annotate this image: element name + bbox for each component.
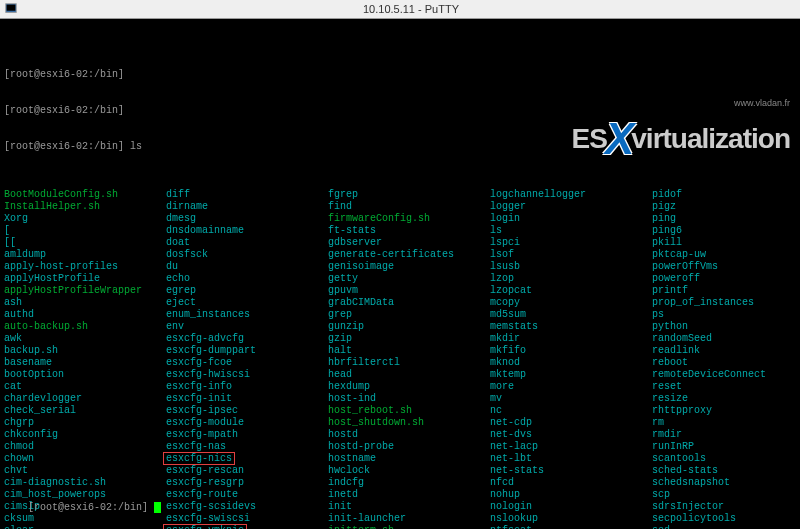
file-entry: init (328, 501, 454, 513)
file-entry: initterm.sh (328, 525, 454, 529)
file-entry: cim-diagnostic.sh (4, 477, 142, 489)
file-entry: du (166, 261, 256, 273)
file-entry: reboot (652, 357, 800, 369)
file-entry: applyHostProfileWrapper (4, 285, 142, 297)
file-entry: halt (328, 345, 454, 357)
file-entry: esxcfg-advcfg (166, 333, 256, 345)
file-entry: eject (166, 297, 256, 309)
file-entry: mcopy (490, 297, 586, 309)
putty-icon (4, 2, 18, 16)
file-entry: runInRP (652, 441, 800, 453)
file-entry: esxcfg-scsidevs (166, 501, 256, 513)
file-entry: net-cdp (490, 417, 586, 429)
file-entry: mkfifo (490, 345, 586, 357)
file-entry: printf (652, 285, 800, 297)
file-entry: net-lbt (490, 453, 586, 465)
file-entry: basename (4, 357, 142, 369)
file-entry: login (490, 213, 586, 225)
file-entry: gunzip (328, 321, 454, 333)
file-entry: esxcfg-info (166, 381, 256, 393)
file-entry: ps (652, 309, 800, 321)
file-entry: head (328, 369, 454, 381)
file-entry: chgrp (4, 417, 142, 429)
file-entry: mkdir (490, 333, 586, 345)
file-entry: nfcd (490, 477, 586, 489)
file-entry: auto-backup.sh (4, 321, 142, 333)
file-entry: chown (4, 453, 142, 465)
file-entry: find (328, 201, 454, 213)
file-entry: hostd-probe (328, 441, 454, 453)
file-entry: esxcfg-ipsec (166, 405, 256, 417)
file-entry: mknod (490, 357, 586, 369)
file-entry: lspci (490, 237, 586, 249)
file-entry: randomSeed (652, 333, 800, 345)
file-entry: nologin (490, 501, 586, 513)
file-entry: esxcfg-dumppart (166, 345, 256, 357)
file-entry: lsof (490, 249, 586, 261)
file-entry: esxcfg-vmknic (166, 525, 256, 529)
file-entry: prop_of_instances (652, 297, 800, 309)
file-entry: chkconfig (4, 429, 142, 441)
file-entry: amldump (4, 249, 142, 261)
file-entry: memstats (490, 321, 586, 333)
file-entry: resize (652, 393, 800, 405)
file-entry: net-dvs (490, 429, 586, 441)
file-entry: pktcap-uw (652, 249, 800, 261)
prompt-current[interactable]: [root@esxi6-02:/bin] (4, 490, 161, 526)
file-entry: host-ind (328, 393, 454, 405)
file-entry: more (490, 381, 586, 393)
file-entry: hostname (328, 453, 454, 465)
file-entry: [ (4, 225, 142, 237)
file-entry: reset (652, 381, 800, 393)
file-entry: cat (4, 381, 142, 393)
file-entry: nc (490, 405, 586, 417)
file-entry: nohup (490, 489, 586, 501)
file-entry: esxcfg-nics (166, 453, 256, 465)
file-entry: rm (652, 417, 800, 429)
file-entry: host_reboot.sh (328, 405, 454, 417)
file-entry: logger (490, 201, 586, 213)
file-entry: sed (652, 525, 800, 529)
file-entry: firmwareConfig.sh (328, 213, 454, 225)
file-entry: ping6 (652, 225, 800, 237)
file-entry: inetd (328, 489, 454, 501)
file-entry: chmod (4, 441, 142, 453)
file-entry: indcfg (328, 477, 454, 489)
file-entry: esxcfg-route (166, 489, 256, 501)
file-entry: grep (328, 309, 454, 321)
file-entry: esxcfg-init (166, 393, 256, 405)
file-entry: powerOffVms (652, 261, 800, 273)
file-entry: init-launcher (328, 513, 454, 525)
file-entry: genisoimage (328, 261, 454, 273)
file-entry: rhttpproxy (652, 405, 800, 417)
file-entry: ping (652, 213, 800, 225)
file-entry: sched-stats (652, 465, 800, 477)
terminal-area[interactable]: www.vladan.fr ESXvirtualization [root@es… (0, 19, 800, 529)
file-entry: lzop (490, 273, 586, 285)
file-entry: md5sum (490, 309, 586, 321)
file-entry: doat (166, 237, 256, 249)
file-entry: hexdump (328, 381, 454, 393)
file-entry: mv (490, 393, 586, 405)
file-entry: esxcfg-module (166, 417, 256, 429)
cursor (154, 502, 161, 513)
file-entry: [[ (4, 237, 142, 249)
file-entry: ntfscat (490, 525, 586, 529)
file-entry: bootOption (4, 369, 142, 381)
file-entry: esxcfg-mpath (166, 429, 256, 441)
file-entry: chardevlogger (4, 393, 142, 405)
file-entry: esxcfg-hwiscsi (166, 369, 256, 381)
file-entry: dosfsck (166, 249, 256, 261)
file-entry: authd (4, 309, 142, 321)
file-entry: BootModuleConfig.sh (4, 189, 142, 201)
file-entry: env (166, 321, 256, 333)
file-entry: InstallHelper.sh (4, 201, 142, 213)
file-entry: diff (166, 189, 256, 201)
file-entry: ash (4, 297, 142, 309)
file-entry: pidof (652, 189, 800, 201)
file-entry: readlink (652, 345, 800, 357)
file-entry: ft-stats (328, 225, 454, 237)
file-entry: Xorg (4, 213, 142, 225)
file-entry: egrep (166, 285, 256, 297)
window-titlebar[interactable]: 10.10.5.11 - PuTTY (0, 0, 800, 19)
